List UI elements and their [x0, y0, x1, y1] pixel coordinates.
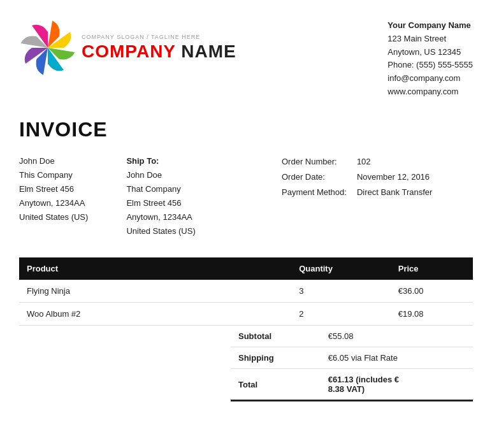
product-quantity: 2	[291, 303, 391, 326]
total-value: €61.13 (includes €8.38 VAT)	[321, 369, 473, 401]
pinwheel-icon	[19, 19, 76, 76]
total-row: Subtotal€55.08	[231, 326, 473, 347]
bill-to-street: Elm Street 456	[19, 182, 88, 196]
invoice-header: COMPANY SLOGAN / TAGLINE HERE COMPANY NA…	[19, 19, 473, 99]
company-slogan: COMPANY SLOGAN / TAGLINE HERE	[82, 34, 236, 40]
address-section: John Doe This Company Elm Street 456 Any…	[19, 154, 473, 239]
products-body: Flying Ninja3€36.00Woo Album #22€19.08	[19, 280, 473, 326]
order-detail-label: Payment Method:	[282, 185, 351, 200]
company-info-phone: Phone: (555) 555-5555	[387, 59, 473, 72]
product-row: Flying Ninja3€36.00	[19, 280, 473, 303]
order-details-table: Order Number:102Order Date:November 12, …	[282, 154, 436, 200]
company-info-address: 123 Main Street	[387, 33, 473, 46]
ship-to: Ship To: John Doe That Company Elm Stree…	[126, 154, 195, 239]
company-name-text: COMPANY NAME	[82, 41, 236, 62]
order-details: Order Number:102Order Date:November 12, …	[282, 154, 473, 239]
col-price: Price	[391, 257, 473, 280]
total-label: Subtotal	[231, 326, 321, 347]
total-row: Total€61.13 (includes €8.38 VAT)	[231, 369, 473, 401]
name-word2: NAME	[181, 41, 236, 61]
bill-to: John Doe This Company Elm Street 456 Any…	[19, 154, 88, 239]
total-row: Shipping€6.05 via Flat Rate	[231, 347, 473, 369]
product-quantity: 3	[291, 280, 391, 303]
totals-body: Subtotal€55.08Shipping€6.05 via Flat Rat…	[231, 326, 473, 401]
order-detail-row: Order Number:102	[282, 154, 436, 170]
ship-to-company: That Company	[126, 182, 195, 196]
products-table-header: Product Quantity Price	[19, 257, 473, 280]
product-price: €36.00	[391, 280, 473, 303]
ship-to-label: Ship To:	[126, 154, 195, 168]
col-product: Product	[19, 257, 291, 280]
product-name: Woo Album #2	[19, 303, 291, 326]
bill-to-name: John Doe	[19, 154, 88, 168]
company-name-area: COMPANY SLOGAN / TAGLINE HERE COMPANY NA…	[82, 34, 236, 62]
products-table: Product Quantity Price Flying Ninja3€36.…	[19, 257, 473, 326]
total-label: Total	[231, 369, 321, 401]
col-quantity: Quantity	[291, 257, 391, 280]
company-word: COMPANY	[82, 41, 176, 61]
bill-to-company: This Company	[19, 168, 88, 182]
product-row: Woo Album #22€19.08	[19, 303, 473, 326]
bill-to-country: United States (US)	[19, 210, 88, 224]
logo-area: COMPANY SLOGAN / TAGLINE HERE COMPANY NA…	[19, 19, 236, 76]
product-price: €19.08	[391, 303, 473, 326]
company-info-city: Anytown, US 12345	[387, 46, 473, 59]
address-left: John Doe This Company Elm Street 456 Any…	[19, 154, 196, 239]
total-label: Shipping	[231, 347, 321, 369]
product-name: Flying Ninja	[19, 280, 291, 303]
order-detail-row: Order Date:November 12, 2016	[282, 170, 436, 185]
company-info-name: Your Company Name	[387, 19, 473, 33]
totals-section: Subtotal€55.08Shipping€6.05 via Flat Rat…	[19, 326, 473, 401]
products-header-row: Product Quantity Price	[19, 257, 473, 280]
ship-to-city: Anytown, 1234AA	[126, 210, 195, 224]
order-detail-value: November 12, 2016	[351, 170, 437, 185]
bill-to-city: Anytown, 1234AA	[19, 196, 88, 210]
order-detail-label: Order Date:	[282, 170, 351, 185]
logo-graphic: COMPANY SLOGAN / TAGLINE HERE COMPANY NA…	[19, 19, 236, 76]
totals-table: Subtotal€55.08Shipping€6.05 via Flat Rat…	[231, 326, 473, 401]
order-detail-row: Payment Method:Direct Bank Transfer	[282, 185, 436, 200]
company-info-website: www.company.com	[387, 85, 473, 99]
order-detail-value: Direct Bank Transfer	[351, 185, 437, 200]
company-info-email: info@company.com	[387, 72, 473, 85]
total-value: €55.08	[321, 326, 473, 347]
company-info: Your Company Name 123 Main Street Anytow…	[387, 19, 473, 99]
ship-to-street: Elm Street 456	[126, 196, 195, 210]
ship-to-country: United States (US)	[126, 224, 195, 238]
order-detail-value: 102	[351, 154, 437, 170]
order-detail-label: Order Number:	[282, 154, 351, 170]
invoice-title: INVOICE	[19, 118, 473, 141]
total-value: €6.05 via Flat Rate	[321, 347, 473, 369]
ship-to-name: John Doe	[126, 168, 195, 182]
